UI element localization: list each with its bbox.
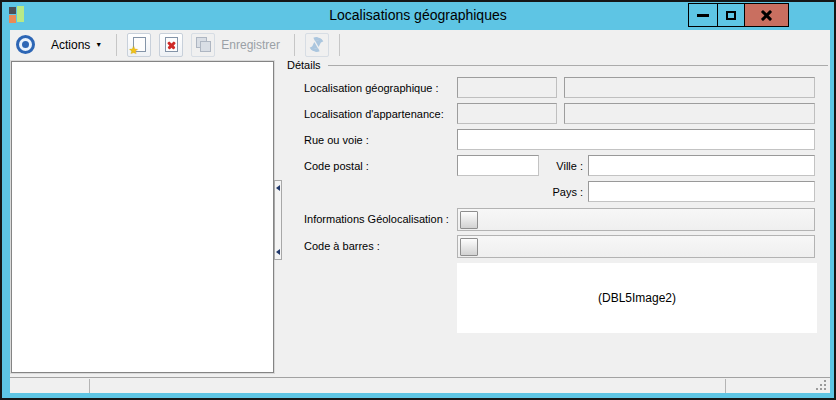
collapse-left-icon[interactable] xyxy=(276,185,280,191)
geolocation-button[interactable] xyxy=(460,211,478,229)
status-divider xyxy=(725,379,726,393)
geolocation-info-field xyxy=(457,208,815,231)
app-window: Localisations géographiques Actions ▼ ★ xyxy=(0,0,836,400)
locations-list[interactable] xyxy=(11,61,274,373)
title-bar[interactable]: Localisations géographiques xyxy=(2,2,834,28)
delete-red-x-icon xyxy=(165,37,178,52)
geo-location-name-field xyxy=(564,77,815,98)
geo-location-code-field xyxy=(457,77,557,98)
minimize-button[interactable] xyxy=(688,3,718,27)
new-item-star-icon: ★ xyxy=(133,37,146,52)
image-placeholder-text: (DBL5Image2) xyxy=(598,291,676,305)
panel-splitter[interactable] xyxy=(274,180,282,260)
save-button[interactable] xyxy=(191,33,215,57)
postal-code-label: Code postal : xyxy=(304,160,369,172)
toolbar-separator xyxy=(294,34,295,56)
maximize-icon xyxy=(726,11,736,20)
save-button-label: Enregistrer xyxy=(221,38,280,52)
delete-button[interactable] xyxy=(159,33,183,57)
details-group-line xyxy=(328,65,828,66)
status-divider xyxy=(89,379,90,393)
image-placeholder: (DBL5Image2) xyxy=(457,263,817,333)
refresh-button[interactable] xyxy=(305,33,329,57)
save-pages-icon xyxy=(196,37,211,52)
target-icon xyxy=(16,35,35,54)
client-area: Actions ▼ ★ Enregistrer xyxy=(10,30,830,393)
parent-location-name-field xyxy=(564,103,815,124)
parent-location-label: Localisation d'appartenance: xyxy=(304,108,444,120)
minimize-icon xyxy=(697,14,709,17)
toolbar: Actions ▼ ★ Enregistrer xyxy=(10,30,830,59)
refresh-arrows-icon xyxy=(309,37,324,52)
chevron-down-icon: ▼ xyxy=(95,41,102,48)
resize-grip[interactable] xyxy=(816,380,827,391)
city-label: Ville : xyxy=(552,160,583,172)
street-label: Rue ou voie : xyxy=(304,134,369,146)
toolbar-separator xyxy=(116,34,117,56)
geo-location-label: Localisation géographique : xyxy=(304,82,439,94)
barcode-button[interactable] xyxy=(460,238,478,256)
street-field[interactable] xyxy=(457,129,815,150)
maximize-button[interactable] xyxy=(717,3,745,27)
actions-label: Actions xyxy=(51,38,90,52)
details-group-title: Détails xyxy=(287,59,321,71)
barcode-field xyxy=(457,235,815,258)
barcode-label: Code à barres : xyxy=(304,240,380,252)
city-field[interactable] xyxy=(588,155,815,176)
window-controls xyxy=(689,3,789,27)
new-item-button[interactable]: ★ xyxy=(127,33,151,57)
collapse-left-icon[interactable] xyxy=(276,249,280,255)
actions-menu-button[interactable]: Actions ▼ xyxy=(43,35,110,55)
close-icon xyxy=(760,9,773,22)
status-bar xyxy=(10,377,830,393)
parent-location-code-field xyxy=(457,103,557,124)
country-label: Pays : xyxy=(548,186,583,198)
postal-code-field[interactable] xyxy=(457,155,539,176)
geolocation-info-label: Informations Géolocalisation : xyxy=(304,213,449,225)
close-button[interactable] xyxy=(744,3,789,27)
country-field[interactable] xyxy=(588,181,815,202)
toolbar-separator xyxy=(339,34,340,56)
